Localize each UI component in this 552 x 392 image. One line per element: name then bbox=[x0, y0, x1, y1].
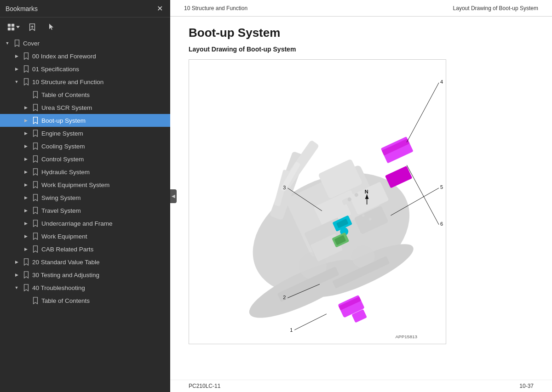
document-footer: PC210LC-11 10-37 bbox=[170, 380, 552, 392]
expand-icon[interactable]: ▼ bbox=[4, 40, 11, 47]
doc-page-number: 10-37 bbox=[519, 383, 534, 389]
bookmark-item-urea-scr[interactable]: ▶ Urea SCR System bbox=[0, 101, 170, 114]
bookmark-icon bbox=[22, 284, 30, 292]
bookmark-icon bbox=[31, 91, 40, 99]
bookmark-item-hydraulic[interactable]: ▶ Hydraulic System bbox=[0, 165, 170, 178]
bookmark-item-travel[interactable]: ▶ Travel System bbox=[0, 204, 170, 217]
bookmarks-list: ▼ Cover▶ 00 Index and Foreword▶ 01 Speci… bbox=[0, 37, 170, 392]
expand-icon[interactable]: ▼ bbox=[13, 78, 20, 85]
bookmark-icon bbox=[31, 181, 40, 189]
bookmark-icon bbox=[31, 142, 40, 150]
bookmark-item-cooling[interactable]: ▶ Cooling System bbox=[0, 140, 170, 153]
boot-up-system-diagram: 4 6 5 2 3 1 bbox=[189, 60, 446, 344]
bookmark-item-work-equip[interactable]: ▶ Work Equipment bbox=[0, 230, 170, 243]
svg-line-54 bbox=[294, 314, 327, 330]
bookmark-icon bbox=[22, 52, 30, 60]
expand-icon[interactable]: ▶ bbox=[22, 181, 29, 188]
expand-icon[interactable]: ▶ bbox=[22, 194, 29, 201]
bookmark-add-icon bbox=[28, 23, 36, 31]
bookmark-item-40-trouble[interactable]: ▼ 40 Troubleshooting bbox=[0, 281, 170, 294]
svg-text:1: 1 bbox=[290, 327, 293, 333]
doc-section-label: 10 Structure and Function bbox=[184, 5, 247, 11]
bookmark-item-control[interactable]: ▶ Control System bbox=[0, 153, 170, 165]
expand-icon[interactable]: ▶ bbox=[22, 130, 29, 137]
bookmark-item-40-toc[interactable]: Table of Contents bbox=[0, 294, 170, 307]
expand-icon[interactable]: ▶ bbox=[22, 233, 29, 240]
expand-icon[interactable]: ▶ bbox=[13, 52, 20, 60]
bookmark-label: CAB Related Parts bbox=[41, 246, 93, 253]
new-bookmark-button[interactable] bbox=[26, 22, 39, 33]
bookmark-item-10-structure[interactable]: ▼ 10 Structure and Function bbox=[0, 75, 170, 88]
bookmark-icon bbox=[31, 245, 40, 253]
bookmark-item-boot-up[interactable]: ▶ Boot-up System bbox=[0, 114, 170, 127]
bookmark-label: 01 Specifications bbox=[32, 66, 79, 73]
bookmark-label: Hydraulic System bbox=[41, 169, 90, 176]
expand-icon[interactable]: ▶ bbox=[22, 168, 29, 176]
document-panel: 10 Structure and Function Layout Drawing… bbox=[170, 0, 552, 392]
close-bookmarks-button[interactable]: ✕ bbox=[155, 3, 165, 14]
svg-line-46 bbox=[407, 165, 439, 225]
bookmark-icon bbox=[22, 258, 30, 266]
bookmark-icon bbox=[22, 78, 30, 86]
bookmark-item-30-testing[interactable]: ▶ 30 Testing and Adjusting bbox=[0, 268, 170, 281]
bookmarks-panel: Bookmarks ✕ ▼ bbox=[0, 0, 170, 392]
expand-icon[interactable]: ▶ bbox=[22, 142, 29, 150]
bookmark-item-00-index[interactable]: ▶ 00 Index and Foreword bbox=[0, 50, 170, 62]
svg-text:5: 5 bbox=[440, 184, 443, 190]
expand-icon[interactable]: ▶ bbox=[13, 258, 20, 266]
svg-text:4: 4 bbox=[440, 79, 443, 85]
bookmark-icon bbox=[31, 193, 40, 202]
expand-icon[interactable]: ▶ bbox=[13, 271, 20, 278]
document-content[interactable]: Boot-up System Layout Drawing of Boot-up… bbox=[170, 17, 552, 380]
bookmark-item-20-standard[interactable]: ▶ 20 Standard Value Table bbox=[0, 256, 170, 268]
cursor-icon bbox=[48, 23, 56, 31]
diagram-container: 4 6 5 2 3 1 bbox=[189, 59, 446, 344]
expand-icon[interactable]: ▶ bbox=[22, 207, 29, 214]
doc-page-title-header: Layout Drawing of Boot-up System bbox=[453, 5, 538, 11]
expand-icon[interactable]: ▶ bbox=[22, 155, 29, 163]
bookmark-label: Swing System bbox=[41, 194, 81, 201]
doc-model-label: PC210LC-11 bbox=[189, 383, 220, 389]
svg-rect-3 bbox=[12, 28, 14, 30]
svg-rect-2 bbox=[8, 28, 11, 30]
bookmark-label: 30 Testing and Adjusting bbox=[32, 272, 99, 278]
layout-button[interactable] bbox=[5, 22, 22, 33]
collapse-panel-button[interactable]: ◀ bbox=[170, 189, 177, 203]
expand-placeholder bbox=[22, 297, 29, 304]
expand-icon[interactable]: ▶ bbox=[13, 65, 20, 73]
bookmark-item-01-spec[interactable]: ▶ 01 Specifications bbox=[0, 62, 170, 75]
bookmark-item-work-equip-sys[interactable]: ▶ Work Equipment System bbox=[0, 178, 170, 191]
svg-point-28 bbox=[362, 214, 365, 217]
bookmark-item-engine[interactable]: ▶ Engine System bbox=[0, 127, 170, 140]
bookmark-label: 00 Index and Foreword bbox=[32, 53, 96, 60]
bookmark-icon bbox=[31, 219, 40, 227]
svg-point-29 bbox=[369, 218, 372, 221]
bookmarks-header: Bookmarks ✕ bbox=[0, 0, 170, 17]
bookmark-label: Cooling System bbox=[41, 143, 85, 150]
expand-icon[interactable]: ▶ bbox=[22, 117, 29, 124]
bookmark-item-undercarriage[interactable]: ▶ Undercarriage and Frame bbox=[0, 217, 170, 230]
bookmark-label: 20 Standard Value Table bbox=[32, 259, 100, 266]
bookmark-item-cover[interactable]: ▼ Cover bbox=[0, 37, 170, 50]
expand-icon[interactable]: ▶ bbox=[22, 104, 29, 111]
svg-text:2: 2 bbox=[283, 295, 286, 300]
bookmark-icon bbox=[31, 155, 40, 163]
page-subtitle: Layout Drawing of Boot-up System bbox=[189, 45, 534, 53]
bookmark-icon bbox=[31, 168, 40, 176]
bookmark-label: 10 Structure and Function bbox=[32, 79, 104, 85]
expand-icon[interactable]: ▶ bbox=[22, 245, 29, 253]
expand-icon[interactable]: ▶ bbox=[22, 220, 29, 227]
bookmark-label: Engine System bbox=[41, 130, 83, 137]
bookmark-label: Undercarriage and Frame bbox=[41, 220, 113, 227]
bookmark-label: Boot-up System bbox=[41, 117, 86, 124]
bookmark-icon bbox=[22, 271, 30, 279]
bookmark-label: Urea SCR System bbox=[41, 104, 92, 111]
document-header: 10 Structure and Function Layout Drawing… bbox=[170, 0, 552, 17]
bookmark-item-cab-parts[interactable]: ▶ CAB Related Parts bbox=[0, 243, 170, 256]
bookmark-label: Travel System bbox=[41, 207, 81, 214]
expand-icon[interactable]: ▼ bbox=[13, 284, 20, 291]
bookmark-item-toc[interactable]: Table of Contents bbox=[0, 88, 170, 101]
bookmark-item-swing[interactable]: ▶ Swing System bbox=[0, 191, 170, 204]
bookmark-icon bbox=[22, 65, 30, 73]
svg-text:APP15813: APP15813 bbox=[395, 334, 417, 339]
